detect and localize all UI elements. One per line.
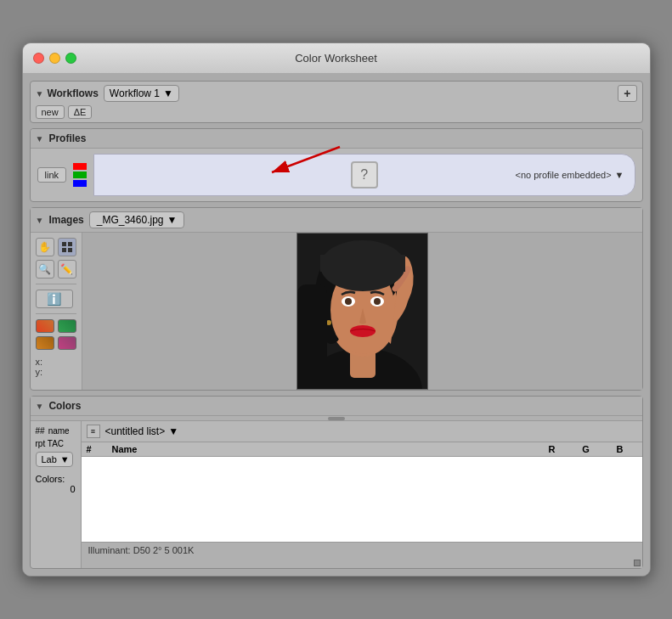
- colors-section: ▼ Colors ## name rpt TAC Lab: [30, 396, 643, 569]
- question-mark-text: ?: [360, 167, 368, 183]
- close-button[interactable]: [33, 53, 44, 64]
- thumbnail-row-1: [36, 319, 76, 333]
- colors-count-area: Colors: 0: [36, 474, 76, 494]
- svg-point-17: [350, 325, 376, 337]
- g-col-header: G: [569, 444, 603, 454]
- thumbnail-2[interactable]: [58, 319, 76, 333]
- profile-dropdown-arrow: ▼: [615, 170, 624, 180]
- hash-hash-label: ##: [36, 426, 45, 436]
- tools-separator-2: [36, 313, 76, 314]
- workflow-dropdown[interactable]: Workflow 1 ▼: [104, 85, 179, 102]
- svg-rect-3: [68, 242, 72, 246]
- traffic-lights: [33, 53, 76, 64]
- image-file-dropdown[interactable]: _MG_3460.jpg ▼: [89, 211, 185, 228]
- name-label: name: [48, 426, 70, 436]
- b-col-header: B: [603, 444, 637, 454]
- svg-point-16: [374, 298, 381, 305]
- tac-text: TAC: [48, 439, 64, 448]
- maximize-button[interactable]: [65, 53, 76, 64]
- lab-dropdown[interactable]: Lab ▼: [36, 452, 73, 467]
- images-tools: ✋ 🔍 ✏️: [31, 233, 82, 390]
- profile-selector[interactable]: <no profile embedded> ▼: [515, 170, 624, 180]
- hand-tool-button[interactable]: ✋: [36, 238, 54, 256]
- profile-color-bars: [73, 163, 87, 187]
- info-tool-button[interactable]: ℹ️: [36, 290, 73, 308]
- profile-dropdown-area: ? <no profile embedded> ▼: [93, 154, 635, 196]
- images-header: ▼ Images _MG_3460.jpg ▼: [31, 208, 642, 233]
- profiles-header: ▼ Profiles: [31, 129, 642, 149]
- svg-rect-2: [62, 242, 66, 246]
- workflows-triangle: ▼: [36, 89, 44, 98]
- colors-table-body: [82, 457, 642, 542]
- workflow-dropdown-label: Workflow 1: [110, 87, 160, 99]
- r-col-header: R: [535, 444, 569, 454]
- pencil-tool-button[interactable]: ✏️: [58, 260, 76, 279]
- list-dropdown[interactable]: <untitled list> ▼: [105, 425, 179, 437]
- profiles-section-label: Profiles: [48, 132, 86, 144]
- lab-text: Lab: [42, 454, 57, 464]
- rpt-label: rpt TAC: [36, 439, 76, 448]
- colors-top-bar: ≡ <untitled list> ▼: [82, 421, 642, 442]
- profiles-content: link ? <no profile embedded> ▼: [31, 149, 642, 201]
- image-display-area: [82, 233, 642, 390]
- profiles-link-button[interactable]: link: [37, 167, 67, 183]
- main-content: ▼ Workflows Workflow 1 ▼ + new ΔE ▼ Pr: [23, 74, 650, 576]
- list-dropdown-arrow: ▼: [168, 425, 178, 437]
- lab-arrow: ▼: [60, 454, 70, 464]
- grid-tool-button[interactable]: [58, 238, 76, 256]
- svg-rect-4: [62, 248, 66, 252]
- svg-rect-5: [68, 248, 72, 252]
- svg-rect-19: [297, 284, 327, 390]
- rpt-text: rpt: [36, 439, 46, 448]
- thumbnail-1[interactable]: [36, 319, 54, 333]
- workflows-section-label: Workflows: [47, 87, 98, 99]
- profiles-triangle: ▼: [36, 134, 44, 143]
- color-bar-red: [73, 163, 87, 170]
- grid-icon: [62, 242, 72, 252]
- title-bar: Color Worksheet: [23, 43, 650, 74]
- list-name-text: <untitled list>: [105, 425, 166, 437]
- new-workflow-button[interactable]: new: [36, 105, 65, 119]
- image-dropdown-arrow: ▼: [167, 214, 178, 226]
- name-col-header: Name: [112, 444, 535, 454]
- workflow-dropdown-arrow: ▼: [163, 87, 173, 99]
- colors-resize-area: [82, 558, 642, 568]
- delta-e-button[interactable]: ΔE: [68, 105, 93, 119]
- illuminant-text: Illuminant: D50 2° 5 001K: [88, 545, 195, 555]
- color-bar-blue: [73, 180, 87, 187]
- profile-question-icon: ?: [351, 161, 378, 189]
- colors-body: ## name rpt TAC Lab ▼ Colors: 0: [31, 421, 642, 568]
- thumbnail-3[interactable]: [36, 336, 54, 350]
- image-filename: _MG_3460.jpg: [97, 214, 164, 226]
- photo-svg: [297, 234, 428, 390]
- hash-name-row: ## name: [36, 426, 76, 436]
- svg-point-15: [345, 298, 352, 305]
- colors-scrollbar-thumb: [328, 417, 345, 420]
- colors-table-header: # Name R G B: [82, 442, 642, 457]
- add-workflow-button[interactable]: +: [618, 85, 636, 102]
- workflows-row: ▼ Workflows Workflow 1 ▼ +: [36, 85, 637, 102]
- window-title: Color Worksheet: [295, 52, 377, 65]
- minimize-button[interactable]: [49, 53, 60, 64]
- zoom-tool-button[interactable]: 🔍: [36, 260, 54, 279]
- thumbnail-4[interactable]: [58, 336, 76, 350]
- y-label: y:: [36, 367, 76, 377]
- colors-count-label: Colors:: [36, 474, 76, 484]
- images-body: ✋ 🔍 ✏️: [31, 233, 642, 390]
- xy-labels: x: y:: [36, 357, 76, 377]
- tool-row-1: ✋: [36, 238, 76, 256]
- colors-count-value: 0: [36, 484, 76, 494]
- resize-handle[interactable]: [634, 560, 641, 566]
- tool-row-2: 🔍 ✏️: [36, 260, 76, 279]
- no-profile-text: <no profile embedded>: [515, 170, 611, 180]
- illuminant-bar: Illuminant: D50 2° 5 001K: [82, 542, 642, 558]
- photo-container: [296, 233, 428, 390]
- colors-header: ▼ Colors: [31, 397, 642, 416]
- workflows-buttons: new ΔE: [36, 105, 637, 119]
- workflows-label-section: ▼ Workflows: [36, 87, 99, 99]
- thumbnail-row-2: [36, 336, 76, 350]
- profiles-panel: ▼ Profiles link ? <no profile em: [30, 128, 643, 202]
- workflows-left: ▼ Workflows Workflow 1 ▼: [36, 85, 179, 102]
- tools-separator: [36, 284, 76, 284]
- list-icon: ≡: [87, 425, 100, 438]
